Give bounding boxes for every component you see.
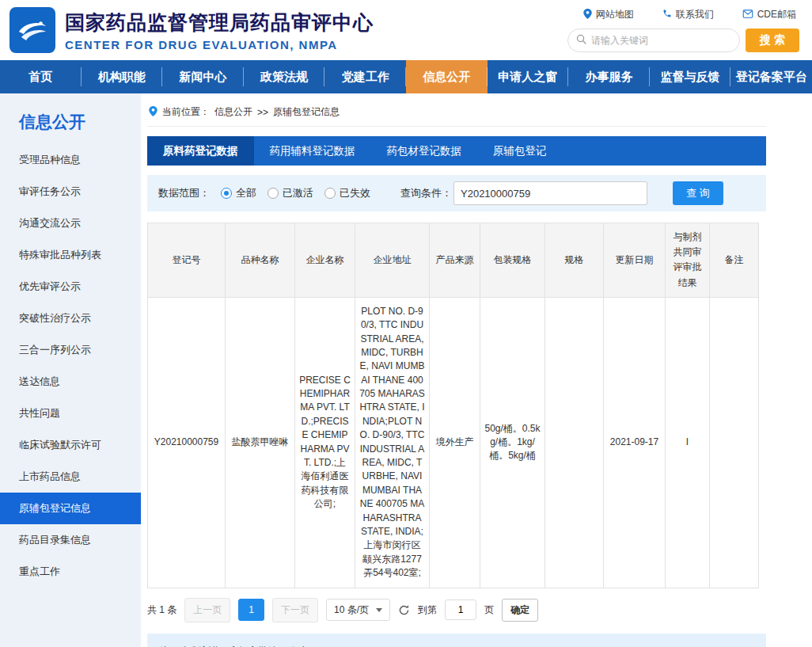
sitemap-label: 网站地图 <box>596 8 634 21</box>
col-package-spec: 包装规格 <box>480 223 545 298</box>
cell-product-source: 境外生产 <box>430 297 480 588</box>
sidebar-item-review-tasks[interactable]: 审评任务公示 <box>0 176 141 207</box>
cell-update-date: 2021-09-17 <box>604 297 666 588</box>
sidebar-item-communication[interactable]: 沟通交流公示 <box>0 207 141 239</box>
main-nav: 首页 机构职能 新闻中心 政策法规 党建工作 信息公开 申请人之窗 办事服务 监… <box>0 60 812 93</box>
cell-remarks <box>710 297 759 588</box>
col-company-name: 企业名称 <box>295 223 355 298</box>
nav-item-party-building[interactable]: 党建工作 <box>324 60 406 93</box>
tab-packaging-data[interactable]: 药包材登记数据 <box>371 136 478 166</box>
cde-logo <box>9 7 55 53</box>
sidebar-item-clinical-trial-license[interactable]: 临床试验默示许可 <box>0 429 141 461</box>
sidebar-item-breakthrough-therapy[interactable]: 突破性治疗公示 <box>0 303 141 334</box>
mailbox-label: CDE邮箱 <box>757 8 796 21</box>
tab-excipient-data[interactable]: 药用辅料登记数据 <box>254 136 371 166</box>
sidebar-item-marketed-drugs[interactable]: 上市药品信息 <box>0 461 141 493</box>
col-update-date: 更新日期 <box>604 223 666 298</box>
table-header-row: 登记号 品种名称 企业名称 企业地址 产品来源 包装规格 规格 更新日期 与制剂… <box>148 223 759 298</box>
sidebar-item-priority-review[interactable]: 优先审评公示 <box>0 271 141 303</box>
results-table: 登记号 品种名称 企业名称 企业地址 产品来源 包装规格 规格 更新日期 与制剂… <box>147 223 759 588</box>
prev-page-button[interactable]: 上一页 <box>184 598 230 622</box>
page-size-value: 10 条/页 <box>334 603 369 617</box>
sidebar-item-drug-catalog[interactable]: 药品目录集信息 <box>0 524 141 556</box>
cell-registration-no: Y20210000759 <box>148 297 226 588</box>
next-page-button[interactable]: 下一页 <box>272 598 318 622</box>
sidebar-title: 信息公开 <box>0 108 141 144</box>
nav-item-news[interactable]: 新闻中心 <box>162 60 244 93</box>
page-size-select[interactable]: 10 条/页 <box>326 599 390 621</box>
search-row: 搜索 <box>567 29 799 52</box>
sidebar-item-delivery-info[interactable]: 送达信息 <box>0 366 141 398</box>
site-title-block: 国家药品监督管理局药品审评中心 CENTER FOR DRUG EVALUATI… <box>65 10 374 51</box>
col-product-source: 产品来源 <box>430 223 480 298</box>
location-pin-icon <box>149 106 157 119</box>
sidebar-item-common-issues[interactable]: 共性问题 <box>0 398 141 429</box>
breadcrumb-section[interactable]: 信息公开 <box>214 105 252 119</box>
sidebar-item-special-approval-list[interactable]: 特殊审批品种列表 <box>0 239 141 271</box>
radio-all[interactable]: 全部 <box>221 186 256 200</box>
table-row: Y20210000759 盐酸萘甲唑啉 PRECISE CHEMIPHARMA … <box>148 297 759 588</box>
radio-expired-dot <box>324 188 336 199</box>
col-remarks: 备注 <box>710 223 759 298</box>
cell-product-name: 盐酸萘甲唑啉 <box>226 297 295 588</box>
radio-expired[interactable]: 已失效 <box>324 186 370 200</box>
total-count: 共 1 条 <box>147 603 176 617</box>
radio-expired-label: 已失效 <box>340 186 370 200</box>
pagination: 共 1 条 上一页 1 下一页 10 条/页 到第 页 确定 <box>147 598 766 622</box>
sidebar-item-three-in-one[interactable]: 三合一序列公示 <box>0 334 141 366</box>
nav-item-services[interactable]: 办事服务 <box>568 60 650 93</box>
contact-link[interactable]: 联系我们 <box>662 8 714 21</box>
breadcrumb-separator: >> <box>257 107 268 118</box>
site-subtitle: CENTER FOR DRUG EVALUATION, NMPA <box>65 38 374 51</box>
scope-label: 数据范围： <box>158 186 210 200</box>
nav-item-applicant-window[interactable]: 申请人之窗 <box>488 60 569 93</box>
query-input[interactable] <box>453 181 647 205</box>
search-button[interactable]: 搜索 <box>746 29 799 52</box>
breadcrumb-current: 原辅包登记信息 <box>273 105 340 119</box>
cell-joint-review-result: I <box>666 297 710 588</box>
nav-item-functions[interactable]: 机构职能 <box>82 60 163 93</box>
col-company-address: 企业地址 <box>355 223 430 298</box>
goto-unit: 页 <box>484 603 494 617</box>
search-input[interactable] <box>591 35 731 46</box>
contact-label: 联系我们 <box>676 8 714 21</box>
radio-activated-label: 已激活 <box>283 186 313 200</box>
cell-spec <box>545 297 604 588</box>
radio-activated[interactable]: 已激活 <box>268 186 313 200</box>
filter-bar: 数据范围： 全部 已激活 已失效 查询条件： 查 询 <box>147 175 766 211</box>
col-registration-no: 登记号 <box>148 223 226 298</box>
sidebar-item-accepted-products[interactable]: 受理品种信息 <box>0 144 141 176</box>
search-icon <box>576 33 586 48</box>
nav-item-home[interactable]: 首页 <box>0 60 82 93</box>
sitemap-link[interactable]: 网站地图 <box>583 8 634 21</box>
tab-apie-registration[interactable]: 原辅包登记 <box>477 136 563 166</box>
radio-activated-dot <box>268 188 279 199</box>
nav-item-supervision-feedback[interactable]: 监督与反馈 <box>650 60 731 93</box>
nav-item-registration-platform[interactable]: 登记备案平台 <box>730 60 812 93</box>
nav-item-info-disclosure[interactable]: 信息公开 <box>406 60 488 93</box>
goto-confirm-button[interactable]: 确定 <box>502 599 538 622</box>
page-number-button[interactable]: 1 <box>238 599 264 621</box>
tab-bar: 原料药登记数据 药用辅料登记数据 药包材登记数据 原辅包登记 <box>147 136 766 166</box>
mail-icon <box>742 10 753 21</box>
footnote-title: 注：“与制剂共同审评审批结果”释义： <box>160 641 753 647</box>
col-joint-review-result: 与制剂共同审评审批结果 <box>666 223 710 298</box>
page-body: 信息公开 受理品种信息 审评任务公示 沟通交流公示 特殊审批品种列表 优先审评公… <box>0 93 812 647</box>
nav-item-policies[interactable]: 政策法规 <box>244 60 325 93</box>
tab-api-data[interactable]: 原料药登记数据 <box>147 136 254 166</box>
cell-company-name: PRECISE CHEMIPHARMA PVT. LTD.;PRECISE CH… <box>295 297 355 588</box>
radio-all-label: 全部 <box>236 186 256 200</box>
header-right: 网站地图 联系我们 CDE邮箱 搜索 <box>567 8 799 52</box>
phone-icon <box>662 9 672 21</box>
query-button[interactable]: 查 询 <box>673 181 723 205</box>
sidebar-item-apie-registration[interactable]: 原辅包登记信息 <box>0 493 141 524</box>
mailbox-link[interactable]: CDE邮箱 <box>742 8 796 21</box>
refresh-icon[interactable] <box>398 604 410 616</box>
sidebar: 信息公开 受理品种信息 审评任务公示 沟通交流公示 特殊审批品种列表 优先审评公… <box>0 93 141 647</box>
quick-links: 网站地图 联系我们 CDE邮箱 <box>583 8 799 21</box>
main-content: 当前位置： 信息公开 >> 原辅包登记信息 原料药登记数据 药用辅料登记数据 药… <box>141 93 812 647</box>
sidebar-item-key-work[interactable]: 重点工作 <box>0 556 141 588</box>
breadcrumb-prefix: 当前位置： <box>162 105 210 119</box>
goto-page-input[interactable] <box>445 599 476 620</box>
cell-package-spec: 50g/桶。0.5kg/桶。1kg/桶。5kg/桶 <box>480 297 545 588</box>
